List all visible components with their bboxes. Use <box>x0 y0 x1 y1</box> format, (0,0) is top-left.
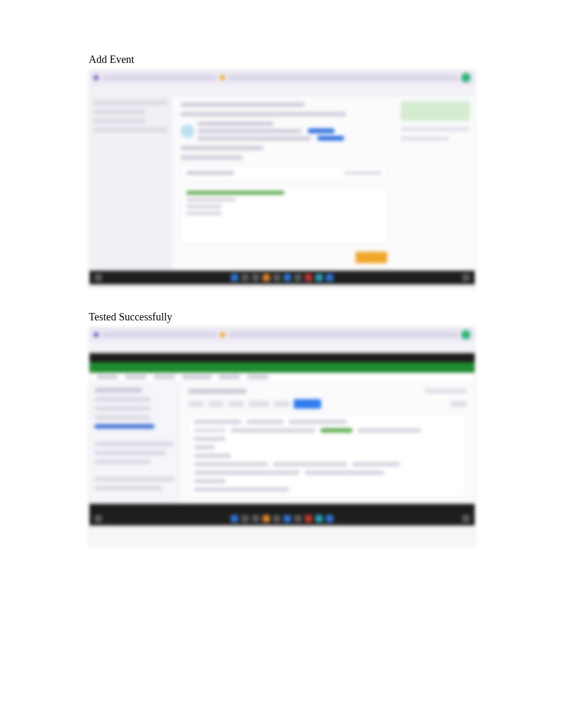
taskbar-icon[interactable] <box>241 274 249 281</box>
result-key <box>194 445 215 449</box>
taskbar-icon[interactable] <box>284 274 291 281</box>
meta-text <box>198 136 311 141</box>
taskbar-icon[interactable] <box>231 274 238 281</box>
os-taskbar <box>89 512 475 526</box>
browser-chrome <box>89 70 475 85</box>
taskbar-icon[interactable] <box>294 515 302 522</box>
browser-icon <box>94 75 99 80</box>
profile-avatar-icon[interactable] <box>461 73 471 82</box>
sidebar <box>89 382 180 504</box>
sidebar-heading <box>95 388 142 393</box>
sidebar-item[interactable] <box>95 397 150 402</box>
taskbar-tray-icon[interactable] <box>462 274 470 281</box>
browser-chrome <box>89 327 475 342</box>
section-meta <box>424 389 466 393</box>
sidebar-item[interactable] <box>95 450 166 455</box>
taskbar-icon[interactable] <box>326 515 333 522</box>
taskbar-icon[interactable] <box>326 274 333 281</box>
extension-icon <box>220 75 225 80</box>
taskbar-icon[interactable] <box>95 515 102 522</box>
meta-row <box>198 136 387 141</box>
panel-action[interactable] <box>344 171 381 175</box>
taskbar-icon[interactable] <box>273 515 280 522</box>
extension-icon <box>220 332 225 337</box>
tab-output[interactable] <box>154 375 175 379</box>
taskbar-icon[interactable] <box>273 274 280 281</box>
tabs <box>89 373 475 382</box>
result-cell <box>231 428 315 432</box>
section-title <box>181 103 305 107</box>
taskbar-icon[interactable] <box>241 515 249 522</box>
tab-test[interactable] <box>125 375 146 379</box>
taskbar-icon[interactable] <box>263 274 270 281</box>
result-key <box>194 479 226 483</box>
sidebar-item[interactable] <box>94 109 145 114</box>
code-editor[interactable] <box>181 186 387 244</box>
main-content <box>180 382 475 504</box>
taskbar-icon[interactable] <box>294 274 302 281</box>
toolbar-button[interactable] <box>274 401 289 407</box>
toolbar-button[interactable] <box>208 401 224 407</box>
toolbar-button[interactable] <box>228 401 244 407</box>
taskbar-tray-icon[interactable] <box>462 515 470 522</box>
console-footer <box>89 504 475 512</box>
result-value <box>273 462 347 466</box>
console-top-bar <box>89 353 475 362</box>
taskbar-icon[interactable] <box>263 515 270 522</box>
toolbar-button[interactable] <box>248 401 269 407</box>
sidebar-item[interactable] <box>94 118 145 123</box>
sidebar-item[interactable] <box>95 459 150 464</box>
taskbar-icon[interactable] <box>231 515 238 522</box>
taskbar-icon[interactable] <box>284 515 291 522</box>
main-content <box>172 96 396 271</box>
sidebar-item[interactable] <box>95 406 150 411</box>
taskbar-icon[interactable] <box>315 274 323 281</box>
address-bar[interactable] <box>102 332 217 337</box>
taskbar-icon[interactable] <box>305 274 312 281</box>
tab-logs[interactable] <box>219 375 240 379</box>
sidebar-item[interactable] <box>94 100 167 105</box>
profile-avatar-icon[interactable] <box>461 330 471 339</box>
address-bar[interactable] <box>102 75 217 80</box>
description-line <box>181 112 346 116</box>
tab-monitoring[interactable] <box>182 375 211 379</box>
result-label <box>194 420 241 424</box>
section-title <box>188 389 246 394</box>
avatar-icon <box>181 124 194 138</box>
result-status <box>321 428 352 432</box>
taskbar-icon[interactable] <box>252 274 259 281</box>
taskbar-icon[interactable] <box>95 274 102 281</box>
save-button[interactable] <box>356 252 387 263</box>
test-button[interactable] <box>294 399 321 409</box>
tab-strip <box>228 332 458 337</box>
editor-toolbar <box>188 399 466 409</box>
sidebar-item[interactable] <box>95 441 174 446</box>
link[interactable] <box>317 136 344 141</box>
toolbar-button[interactable] <box>188 401 204 407</box>
browser-toolbar <box>89 342 475 353</box>
taskbar-icon[interactable] <box>252 515 259 522</box>
sidebar-item[interactable] <box>94 127 167 132</box>
taskbar-icon[interactable] <box>315 515 323 522</box>
toolbar-button[interactable] <box>451 401 466 407</box>
success-hint-box <box>401 102 470 121</box>
sidebar <box>89 96 172 271</box>
link[interactable] <box>308 128 334 133</box>
tab-trigger[interactable] <box>247 375 268 379</box>
tab-strip <box>228 75 458 80</box>
success-banner <box>89 362 475 373</box>
meta-text <box>198 129 302 133</box>
sidebar-item-active[interactable] <box>95 424 154 429</box>
os-taskbar <box>89 271 475 284</box>
result-panel <box>188 414 466 497</box>
sidebar-item[interactable] <box>95 415 150 420</box>
result-cell <box>194 428 226 432</box>
taskbar-icon[interactable] <box>305 515 312 522</box>
result-label <box>289 420 347 424</box>
browser-icon <box>94 332 99 337</box>
sidebar-item[interactable] <box>95 477 174 482</box>
tab-input[interactable] <box>97 375 118 379</box>
author-row <box>181 122 387 141</box>
sidebar-item[interactable] <box>95 486 162 491</box>
right-panel <box>396 96 475 271</box>
